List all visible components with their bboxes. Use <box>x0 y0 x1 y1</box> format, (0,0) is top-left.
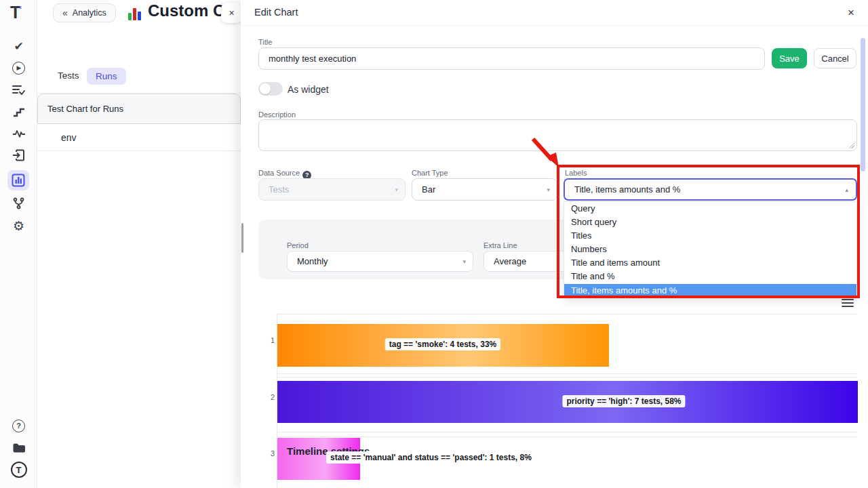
data-source-select[interactable]: Tests ▾ <box>258 178 406 201</box>
title-field-label: Title <box>258 38 272 46</box>
period-select[interactable]: Monthly ▾ <box>287 251 473 272</box>
sidebar-item-branches[interactable] <box>0 195 37 212</box>
description-textarea[interactable] <box>258 119 857 151</box>
as-widget-label: As widget <box>288 84 329 95</box>
chart-bar-row <box>277 314 857 374</box>
back-to-analytics-button[interactable]: « Analytics <box>53 3 116 22</box>
extra-line-label: Extra Line <box>484 241 517 249</box>
resize-handle-icon[interactable] <box>848 142 854 148</box>
analytics-panel: « Analytics Custom C × Tests Runs Test C… <box>37 0 241 488</box>
chevron-up-icon: ▴ <box>845 186 848 193</box>
sidebar-item-help[interactable]: ? <box>0 417 37 434</box>
dropdown-option-selected[interactable]: Title, items amounts and % <box>564 284 856 298</box>
stairs-icon <box>13 106 25 117</box>
help-icon: ? <box>12 420 25 432</box>
cancel-button[interactable]: Cancel <box>814 48 856 68</box>
y-tick-label: 3 <box>261 449 275 458</box>
save-button[interactable]: Save <box>772 48 807 68</box>
labels-dropdown-list: Query Short query Titles Numbers Title a… <box>564 201 857 298</box>
chart-type-select[interactable]: Bar ▾ <box>412 178 557 201</box>
list-item-env[interactable]: env <box>37 124 241 151</box>
sidebar-item-analytics-active[interactable] <box>7 170 29 190</box>
sidebar-item-settings[interactable]: ⚙ <box>0 217 37 235</box>
bar-chart-icon <box>12 174 25 187</box>
tab-runs-active[interactable]: Runs <box>87 68 126 85</box>
labels-select-open[interactable]: Title, items amounts and % ▴ <box>564 178 857 201</box>
y-tick-label: 2 <box>261 393 275 401</box>
bar-data-label: state == 'manual' and status == 'passed'… <box>326 451 536 464</box>
tab-tests[interactable]: Tests <box>58 70 79 81</box>
close-panel-button[interactable]: × <box>221 3 242 23</box>
pulse-icon <box>12 129 26 138</box>
list-item-test-chart-for-runs[interactable]: Test Chart for Runs <box>37 94 241 124</box>
chevron-down-icon: ▾ <box>462 258 466 265</box>
period-value: Monthly <box>297 256 328 266</box>
extra-line-value: Average <box>494 256 526 266</box>
back-button-label: Analytics <box>73 8 106 18</box>
toggle-knob <box>260 83 271 94</box>
list-item-label: env <box>61 132 77 143</box>
period-label: Period <box>287 241 309 249</box>
chevrons-left-icon: « <box>62 7 68 18</box>
data-source-value: Tests <box>269 184 289 195</box>
as-widget-toggle[interactable] <box>258 82 283 96</box>
chart-type-label: Chart Type <box>412 169 448 177</box>
y-tick-label: 1 <box>261 336 275 344</box>
dropdown-option[interactable]: Titles <box>564 229 856 243</box>
dropdown-option[interactable]: Numbers <box>564 243 856 256</box>
labels-value: Title, items amounts and % <box>574 184 680 195</box>
bar-data-label: priority == 'high': 7 tests, 58% <box>562 395 685 407</box>
app-logo[interactable]: T' <box>10 3 22 22</box>
dropdown-option[interactable]: Query <box>564 202 856 216</box>
folder-icon <box>12 443 26 453</box>
edit-chart-modal: Edit Chart × Title Save Cancel As widget… <box>241 0 868 488</box>
dropdown-option[interactable]: Title and % <box>564 270 856 283</box>
sidebar-item-tests[interactable]: ✔ <box>0 37 37 55</box>
close-icon: × <box>848 6 854 19</box>
sidebar-item-plans[interactable] <box>0 81 37 99</box>
dropdown-option[interactable]: Title and items amount <box>564 256 856 270</box>
modal-title: Edit Chart <box>254 7 298 18</box>
sidebar-item-projects[interactable] <box>0 439 37 457</box>
chevron-down-icon: ▾ <box>547 186 550 193</box>
sidebar-item-pulse[interactable] <box>0 125 37 142</box>
sidebar-item-account[interactable]: T <box>0 461 37 479</box>
modal-right-scrollbar-thumb[interactable] <box>861 38 865 171</box>
chart-menu-icon[interactable] <box>842 299 854 308</box>
dropdown-option[interactable]: Short query <box>564 216 856 229</box>
branch-icon <box>13 197 24 209</box>
title-input[interactable] <box>258 47 765 70</box>
modal-close-button[interactable]: × <box>848 6 854 20</box>
modal-left-scrollbar-thumb[interactable] <box>241 223 243 253</box>
chevron-down-icon: ▾ <box>395 186 398 193</box>
app-window: T' ✔ ▶ <box>0 0 868 488</box>
chart-type-value: Bar <box>422 184 435 195</box>
colored-bar-chart-icon <box>127 6 142 20</box>
sidebar-item-runs[interactable]: ▶ <box>0 59 37 77</box>
description-field-label: Description <box>258 110 296 119</box>
labels-label: Labels <box>565 169 587 177</box>
modal-header: Edit Chart × <box>241 0 868 26</box>
list-item-label: Test Chart for Runs <box>47 104 123 114</box>
bar-data-label: tag == 'smoke': 4 tests, 33% <box>385 338 500 350</box>
brand-circle-icon: T <box>11 462 27 478</box>
close-icon: × <box>229 7 234 18</box>
check-icon: ✔ <box>14 41 23 52</box>
sidebar-item-steps[interactable] <box>0 103 37 121</box>
play-circle-icon: ▶ <box>12 62 25 75</box>
import-box-icon <box>12 149 25 161</box>
icon-sidebar: T' ✔ ▶ <box>0 0 37 488</box>
gear-icon: ⚙ <box>13 220 24 232</box>
list-check-icon <box>12 85 25 96</box>
sidebar-item-import[interactable] <box>0 146 37 164</box>
